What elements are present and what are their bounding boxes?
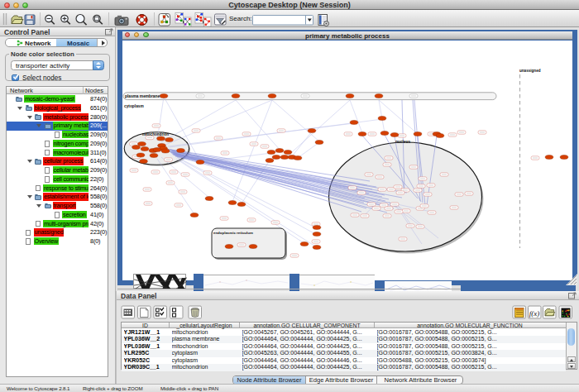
svg-text:f(x): f(x) (529, 309, 540, 318)
svg-text:cytoplasm: cytoplasm (124, 104, 144, 108)
svg-text:unassigned: unassigned (519, 69, 541, 73)
svg-text:endoplasmic reticulum: endoplasmic reticulum (213, 231, 253, 235)
svg-text:nucleus: nucleus (395, 140, 410, 144)
svg-text:mitochondrion: mitochondrion (142, 132, 169, 136)
svg-text:plasma membrane: plasma membrane (125, 94, 160, 98)
